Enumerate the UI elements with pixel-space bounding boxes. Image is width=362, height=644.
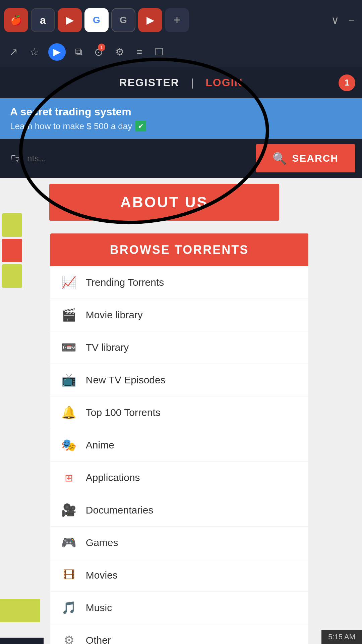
browse-item-label-anime: Anime [86, 439, 114, 451]
tabs-minus[interactable]: − [345, 11, 358, 30]
header-bar: REGISTER | LOGIN 1 [0, 67, 362, 98]
browse-section: BROWSE TORRENTS 📈 Trending Torrents 🎬 Mo… [50, 233, 308, 644]
login-link[interactable]: LOGIN [195, 73, 253, 92]
tab-youtube-1[interactable]: ▶ [58, 8, 82, 32]
tab-google-1[interactable]: G [84, 8, 109, 32]
browse-item-label-docs: Documentaries [86, 504, 154, 516]
browse-item-anime[interactable]: 🎭 Anime [50, 429, 308, 462]
new-tv-icon: 📺 [60, 371, 78, 389]
search-area[interactable]: ☞ nts... [7, 147, 256, 170]
search-icon: 🔍 [273, 152, 287, 165]
tab-a[interactable]: a [31, 8, 55, 32]
search-hint: nts... [27, 153, 46, 164]
documentaries-icon: 🎥 [60, 501, 78, 519]
identity-line1: identity [7, 642, 37, 644]
menu-icon[interactable]: ≡ [134, 44, 145, 60]
layers-icon[interactable]: ⧉ [72, 43, 85, 60]
movies-icon: 🎞 [60, 567, 78, 584]
strip-2 [2, 239, 22, 262]
search-button[interactable]: 🔍 SEARCH [256, 144, 355, 172]
identity-monitor: identity monitor [0, 638, 44, 644]
strip-3 [2, 264, 22, 288]
status-bar: 5:15 AM [321, 630, 362, 644]
tab-apple[interactable]: 🍎 [4, 8, 28, 32]
browse-item-documentaries[interactable]: 🎥 Documentaries [50, 494, 308, 527]
left-sidebar-strips [0, 211, 24, 290]
ad-banner[interactable]: A secret trading system Learn how to mak… [0, 98, 362, 139]
tab-youtube-2[interactable]: ▶ [138, 8, 162, 32]
ad-title: A secret trading system [10, 106, 352, 118]
top100-icon: 🔔 [60, 404, 78, 421]
browse-item-tv-library[interactable]: 📼 TV library [50, 331, 308, 364]
register-link[interactable]: REGISTER [109, 73, 189, 92]
browse-item-top100[interactable]: 🔔 Top 100 Torrents [50, 396, 308, 429]
games-icon: 🎮 [60, 534, 78, 551]
browse-list: 📈 Trending Torrents 🎬 Movie library 📼 TV… [50, 266, 308, 644]
browse-item-label-top100: Top 100 Torrents [86, 407, 161, 418]
notification-icon[interactable]: ⊙ 1 [92, 43, 106, 61]
browse-item-label-movies: Movies [86, 570, 118, 581]
tab-google-2[interactable]: G [111, 8, 135, 32]
about-us-button[interactable]: ABOUT US [49, 184, 279, 221]
browse-item-games[interactable]: 🎮 Games [50, 527, 308, 559]
browse-item-trending[interactable]: 📈 Trending Torrents [50, 266, 308, 299]
search-row: ☞ nts... 🔍 SEARCH [0, 139, 362, 178]
browse-item-label-other: Other [86, 635, 111, 644]
browse-item-applications[interactable]: ⊞ Applications [50, 462, 308, 494]
bottom-strip [0, 599, 40, 622]
strip-1 [2, 213, 22, 237]
browse-item-label-apps: Applications [86, 472, 140, 483]
new-tab-button[interactable]: + [165, 8, 189, 32]
anime-icon: 🎭 [60, 436, 78, 454]
browse-item-label-tv: TV library [86, 342, 129, 353]
other-icon: ⚙ [60, 632, 78, 644]
browse-item-movie-library[interactable]: 🎬 Movie library [50, 299, 308, 331]
browse-item-movies[interactable]: 🎞 Movies [50, 559, 308, 592]
applications-icon: ⊞ [60, 469, 78, 486]
browse-item-label-games: Games [86, 537, 118, 548]
tv-library-icon: 📼 [60, 339, 78, 356]
website-content: REGISTER | LOGIN 1 A secret trading syst… [0, 67, 362, 644]
browse-item-label-music: Music [86, 602, 112, 613]
browse-header: BROWSE TORRENTS [50, 233, 308, 266]
checkmark-icon: ✔ [135, 121, 146, 131]
search-button-label: SEARCH [292, 153, 339, 164]
music-icon: 🎵 [60, 599, 78, 616]
media-icon[interactable]: ▶ [48, 43, 66, 61]
browse-item-music[interactable]: 🎵 Music [50, 592, 308, 624]
share-icon[interactable]: ↗ [7, 43, 20, 60]
movie-library-icon: 🎬 [60, 306, 78, 324]
ad-subtitle: Learn how to make $ 500 a day ✔ [10, 121, 352, 131]
notification-badge: 1 [98, 44, 105, 51]
header-notification-badge: 1 [339, 74, 355, 91]
browse-item-label-new-tv: New TV Episodes [86, 374, 166, 386]
browser-toolbar: ↗ ☆ ▶ ⧉ ⊙ 1 ⚙ ≡ ☐ [0, 37, 362, 67]
extension-icon[interactable]: ⚙ [113, 43, 127, 60]
trending-icon: 📈 [60, 274, 78, 291]
browse-item-new-tv[interactable]: 📺 New TV Episodes [50, 364, 308, 396]
tabs-chevron[interactable]: ∨ [328, 10, 342, 30]
browse-item-label-movie: Movie library [86, 309, 143, 321]
cursor-hand-icon: ☞ [10, 150, 23, 167]
browse-item-other[interactable]: ⚙ Other [50, 624, 308, 644]
header-divider: | [189, 76, 195, 89]
window-icon[interactable]: ☐ [152, 43, 166, 60]
bookmark-icon[interactable]: ☆ [27, 43, 42, 60]
browser-tabs: 🍎 a ▶ G G ▶ + ∨ − [0, 0, 362, 37]
browse-item-label-trending: Trending Torrents [86, 277, 164, 288]
